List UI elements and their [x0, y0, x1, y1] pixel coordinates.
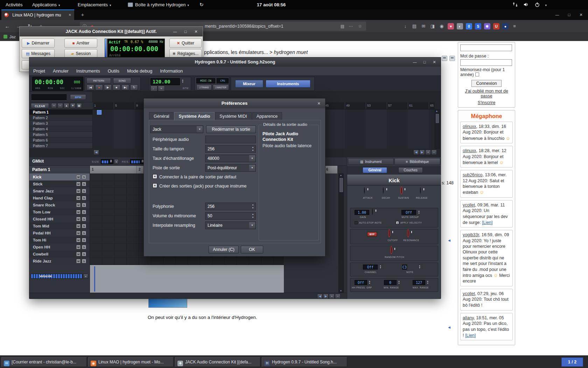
random-pitch-knob[interactable]: [391, 247, 392, 253]
mute-button[interactable]: M: [76, 252, 80, 256]
jack-outputs-checkbox[interactable]: ✕: [153, 183, 157, 188]
instrument-row[interactable]: Tom HiMS: [29, 237, 90, 244]
instrument-name[interactable]: Stick: [33, 182, 43, 186]
zoom-out-button[interactable]: −: [335, 294, 341, 299]
resonance-knob[interactable]: [408, 230, 408, 237]
mute-button[interactable]: M: [76, 245, 80, 249]
filter-bypass-button[interactable]: BYP: [367, 232, 377, 237]
instrument-name[interactable]: Cowbell: [33, 252, 48, 256]
jack-transport-button[interactable]: J.TRANS: [196, 84, 212, 90]
release-knob[interactable]: [420, 187, 421, 194]
rewind-button[interactable]: |◀: [86, 84, 94, 90]
solo-button[interactable]: S: [82, 189, 86, 193]
zoom-in-button[interactable]: +: [329, 294, 335, 299]
pattern-list-item[interactable]: Pattern 6: [29, 137, 92, 143]
mute-button[interactable]: M: [76, 231, 80, 235]
instrument-row[interactable]: Open HHMS: [29, 244, 90, 251]
hydrogen-title-bar[interactable]: Hydrogen 0.9.7 - Untitled Song.h2song — …: [29, 57, 441, 67]
tab-layers[interactable]: Couches: [398, 167, 423, 173]
start-button[interactable]: ▶Démarrer: [22, 39, 55, 48]
solo-button[interactable]: S: [82, 196, 86, 200]
collapse-column-icon[interactable]: ◀: [448, 326, 450, 329]
remember-checkbox[interactable]: [475, 73, 479, 76]
preferences-tab[interactable]: Système Audio: [174, 112, 215, 121]
stop-button[interactable]: ■: [113, 84, 120, 90]
forward-button[interactable]: ▶|: [121, 84, 129, 90]
window-minimize-button[interactable]: —: [170, 27, 180, 36]
mail-icon[interactable]: ✉: [419, 22, 428, 31]
instrument-name[interactable]: Tom Mid: [33, 224, 49, 228]
select-mode-button[interactable]: ▦: [76, 103, 82, 108]
solo-button[interactable]: S: [82, 182, 86, 186]
hh-group-stepper[interactable]: ▲▼: [368, 280, 371, 285]
instrument-row[interactable]: Pedal HHMS: [29, 230, 90, 237]
output-track-combobox[interactable]: Post-équilibreur▾: [205, 164, 256, 172]
clear-button[interactable]: CLEAR: [31, 103, 49, 108]
reader-mode-icon[interactable]: ▤: [341, 22, 344, 31]
menu-item[interactable]: Information: [156, 67, 187, 76]
qjackctl-title-bar[interactable]: JACK Audio Connection Kit [(default)] Ac…: [20, 27, 203, 36]
shout-user-link[interactable]: sub26nico: [463, 172, 483, 177]
workspace-pager[interactable]: 1 / 2: [561, 357, 583, 367]
solo-button[interactable]: S: [82, 217, 86, 221]
library-icon[interactable]: ▤: [410, 22, 419, 31]
mute-button[interactable]: M: [76, 259, 80, 263]
auto-stop-checkbox[interactable]: [355, 221, 358, 224]
download-icon[interactable]: ↓: [401, 22, 410, 31]
window-close-button[interactable]: ✕: [191, 27, 201, 36]
dialog-title-bar[interactable]: Préférences ✕: [144, 98, 325, 108]
note-property-dropdown[interactable]: ▾: [83, 274, 88, 279]
solo-button[interactable]: S: [82, 224, 86, 228]
mixer-button[interactable]: Mixeur: [235, 80, 263, 88]
stepper-icons[interactable]: ▲▼: [251, 146, 255, 152]
tab-close-icon[interactable]: ✕: [69, 10, 71, 20]
stepper-icons[interactable]: ▲▼: [251, 203, 255, 210]
instrument-row[interactable]: Snare JazzMS: [29, 188, 90, 195]
scroll-left-button[interactable]: ◀: [93, 150, 99, 155]
username-field[interactable]: [460, 45, 512, 51]
min-range-stepper[interactable]: ▲▼: [397, 280, 401, 285]
register-link[interactable]: S'inscrire: [460, 100, 513, 105]
solo-button[interactable]: S: [82, 175, 86, 179]
scroll-left-button[interactable]: ◀: [413, 150, 419, 155]
shout-user-link[interactable]: olinuxx: [463, 148, 476, 153]
mute-button[interactable]: M: [76, 217, 80, 221]
instrument-name[interactable]: Pedal HH: [33, 231, 51, 235]
tab-instrument[interactable]: ▥Instrument: [348, 158, 394, 165]
pattern-mode-button[interactable]: PATTERN: [86, 78, 111, 84]
record-button[interactable]: ●: [95, 84, 103, 90]
song-grid-active-cell[interactable]: [97, 110, 102, 115]
menu-item[interactable]: Outils: [104, 67, 123, 76]
instrument-row[interactable]: Ride JazzMS: [29, 258, 90, 265]
move-up-button[interactable]: ▲: [64, 103, 69, 108]
jack-master-button[interactable]: J.MASTER: [213, 84, 229, 90]
zoom-out-button[interactable]: −: [431, 150, 437, 155]
device-field[interactable]: [205, 136, 256, 143]
solo-button[interactable]: S: [82, 259, 86, 263]
applications-menu[interactable]: Applications▾: [29, 0, 64, 9]
solo-button[interactable]: S: [82, 231, 86, 235]
scroll-up-icon[interactable]: ▲: [436, 110, 438, 112]
ok-button[interactable]: OK: [241, 246, 263, 253]
login-button[interactable]: Connexion: [471, 80, 501, 87]
loop-button[interactable]: ↻: [130, 84, 138, 90]
tab-general[interactable]: Général: [363, 167, 387, 173]
scroll-right-button[interactable]: ▶: [419, 150, 425, 155]
window-maximize-button[interactable]: □: [180, 27, 191, 36]
apply-velocity-checkbox[interactable]: ✕: [396, 221, 399, 224]
mute-group-stepper[interactable]: ▲▼: [417, 210, 421, 215]
instrument-name[interactable]: Open HH: [33, 245, 50, 249]
solo-button[interactable]: S: [82, 203, 86, 207]
bookmark-item[interactable]: Jaz: [9, 35, 16, 39]
pattern-vertical-scrollbar[interactable]: ▲ ▼: [338, 173, 344, 293]
back-button[interactable]: ←: [2, 20, 13, 33]
mute-button[interactable]: M: [76, 203, 80, 207]
pattern-list-item[interactable]: Pattern 7: [29, 143, 92, 149]
shout-link[interactable]: [Lien]: [482, 220, 492, 225]
clock[interactable]: 17 août 08:56: [253, 0, 289, 9]
scrollbar-thumb[interactable]: [436, 114, 439, 123]
preferences-tab[interactable]: Système MIDI: [215, 112, 252, 120]
instrument-name[interactable]: Snare Jazz: [33, 189, 54, 193]
scroll-up-icon[interactable]: ▲: [340, 174, 342, 176]
attack-knob[interactable]: [364, 187, 365, 194]
